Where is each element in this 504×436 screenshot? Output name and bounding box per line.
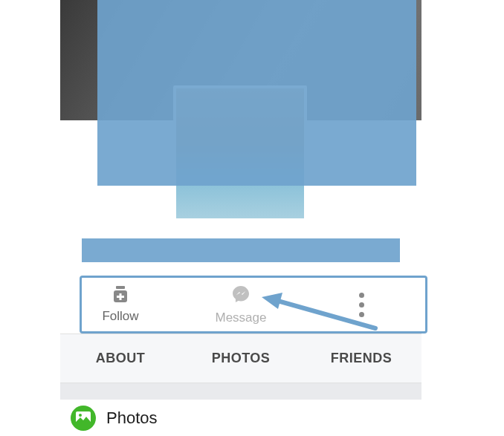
photos-icon: [71, 406, 96, 431]
svg-rect-3: [117, 296, 124, 298]
section-divider: [60, 383, 421, 400]
profile-tab-bar: ABOUT PHOTOS FRIENDS: [60, 333, 421, 383]
redaction-overlay-top: [97, 0, 416, 186]
tab-friends[interactable]: FRIENDS: [301, 334, 421, 383]
message-label: Message: [216, 310, 267, 325]
redaction-overlay-name: [82, 238, 400, 262]
svg-point-7: [79, 414, 82, 417]
tab-about[interactable]: ABOUT: [60, 334, 181, 383]
photos-section-title: Photos: [106, 409, 158, 428]
svg-rect-0: [116, 286, 125, 289]
tab-photos[interactable]: PHOTOS: [181, 334, 301, 383]
profile-action-bar: Follow Message: [60, 276, 421, 333]
follow-label: Follow: [102, 309, 138, 324]
more-options-button[interactable]: [359, 293, 364, 317]
photos-section-header[interactable]: Photos: [60, 400, 421, 436]
follow-button[interactable]: Follow: [60, 286, 181, 324]
follow-icon: [112, 286, 129, 306]
message-button[interactable]: Message: [181, 284, 301, 325]
messenger-icon: [231, 284, 251, 308]
